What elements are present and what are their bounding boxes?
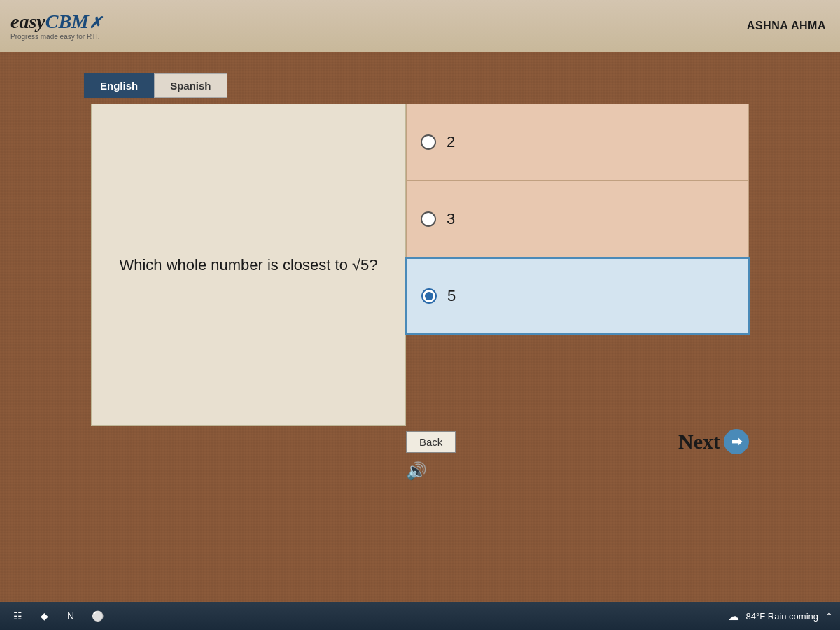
next-button[interactable]: Next ➡	[678, 429, 749, 454]
main-content: English Spanish Which whole number is cl…	[0, 52, 840, 602]
weather-text: 84°F Rain coming	[746, 611, 818, 622]
taskbar-right: ☁ 84°F Rain coming ⌃	[728, 610, 833, 623]
answer-label-3: 3	[447, 210, 455, 228]
audio-button[interactable]: 🔊	[406, 461, 427, 481]
taskbar-chrome-icon[interactable]: ⚪	[87, 606, 108, 626]
back-button[interactable]: Back	[406, 431, 456, 453]
answer-label-2: 2	[447, 133, 455, 151]
logo-area: easyCBM✗ Progress made easy for RTI.	[10, 12, 102, 41]
answer-option-3[interactable]: 3	[406, 181, 749, 258]
radio-3[interactable]	[421, 211, 436, 227]
language-tabs: English Spanish	[84, 74, 227, 98]
logo: easyCBM✗	[10, 12, 102, 31]
tab-spanish[interactable]: Spanish	[154, 74, 227, 98]
question-panel: Which whole number is closest to √5?	[91, 104, 406, 426]
radio-2[interactable]	[421, 134, 436, 150]
user-name: ASHNA AHMA	[747, 20, 826, 32]
next-arrow-icon: ➡	[724, 429, 749, 454]
taskbar-edge-icon[interactable]: ◆	[34, 606, 55, 626]
question-text: Which whole number is closest to √5?	[119, 253, 377, 276]
nav-area: Back Next ➡	[406, 429, 749, 454]
taskbar-left: ☷ ◆ N ⚪	[7, 606, 108, 626]
radio-5[interactable]	[421, 288, 437, 304]
answer-label-5: 5	[447, 287, 456, 305]
taskbar: ☷ ◆ N ⚪ ☁ 84°F Rain coming ⌃	[0, 602, 840, 630]
taskbar-windows-icon[interactable]: ☷	[7, 606, 28, 626]
weather-icon: ☁	[728, 610, 739, 623]
answer-option-2[interactable]: 2	[406, 104, 749, 181]
taskbar-notepad-icon[interactable]: N	[60, 606, 81, 626]
logo-subtitle: Progress made easy for RTI.	[10, 33, 102, 41]
taskbar-chevron[interactable]: ⌃	[825, 611, 833, 622]
answer-option-5[interactable]: 5	[406, 258, 749, 335]
nav-bottom-area: Back Next ➡ 🔊	[91, 429, 749, 481]
logo-easy: easy	[10, 10, 46, 32]
app-header: easyCBM✗ Progress made easy for RTI. ASH…	[0, 0, 840, 52]
next-label: Next	[678, 430, 720, 454]
tab-english[interactable]: English	[84, 74, 154, 98]
quiz-container: Which whole number is closest to √5? 2 3…	[91, 104, 749, 426]
logo-cbm: CBM	[46, 10, 89, 32]
logo-icon: ✗	[89, 15, 102, 31]
answers-panel: 2 3 5	[406, 104, 749, 335]
